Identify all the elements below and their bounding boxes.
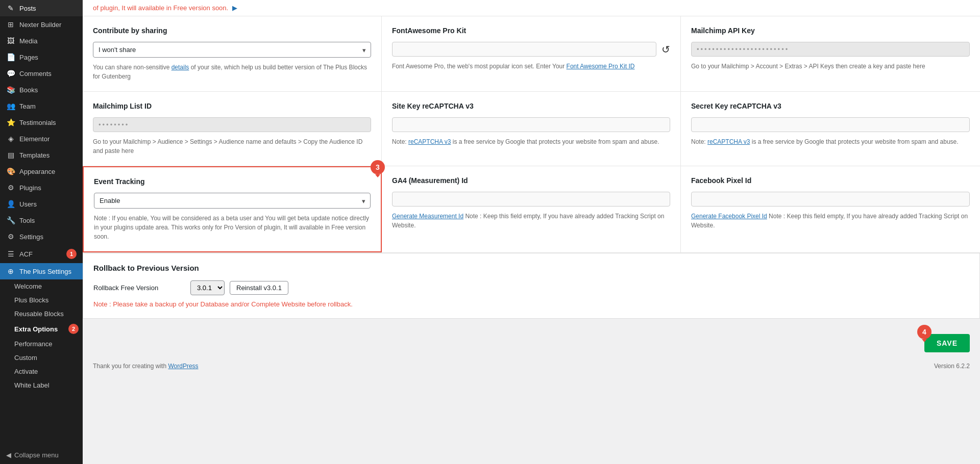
main-content: of plugin, It will available in Free ver…: [83, 0, 980, 464]
site-recaptcha-link[interactable]: reCAPTCHA v3: [408, 138, 451, 145]
sidebar-item-appearance[interactable]: 🎨 Appearance: [0, 163, 83, 179]
extra-options-badge: 2: [68, 324, 79, 334]
sidebar-item-users[interactable]: 👤 Users: [0, 196, 83, 212]
contribute-description: You can share non-sensitive details of y…: [93, 63, 371, 81]
rollback-version-select[interactable]: 3.0.1 3.0.0 2.9.9: [190, 280, 225, 295]
mailchimp-api-input[interactable]: [691, 42, 970, 57]
sidebar-item-settings[interactable]: ⚙ Settings: [0, 228, 83, 245]
site-recaptcha-input[interactable]: [392, 117, 670, 132]
fontawesome-input[interactable]: [392, 42, 656, 57]
rollback-warning: Note : Please take a backup of your Data…: [93, 300, 969, 308]
acf-badge: 1: [66, 249, 77, 259]
cards-row-3: 3 Event Tracking Enable Disable ▾ Note :…: [83, 166, 980, 253]
elementor-icon: ◈: [6, 135, 15, 143]
submenu-plus-blocks[interactable]: Plus Blocks: [0, 293, 83, 307]
sidebar-item-elementor[interactable]: ◈ Elementor: [0, 131, 83, 147]
card-secret-key-recaptcha: Secret Key reCAPTCHA v3 Note: reCAPTCHA …: [681, 92, 980, 166]
nexter-builder-icon: ⊞: [6, 20, 15, 29]
submenu-activate[interactable]: Activate: [0, 365, 83, 378]
media-icon: 🖼: [6, 37, 15, 45]
mailchimp-api-description: Go to your Mailchimp > Account > Extras …: [691, 62, 970, 71]
callout-badge-3: 3: [371, 160, 385, 174]
facebook-pixel-input[interactable]: [691, 192, 970, 207]
event-tracking-title: Event Tracking: [94, 177, 371, 186]
sidebar-item-acf[interactable]: ☰ ACF 1: [0, 245, 83, 263]
the-plus-settings-icon: ⊕: [6, 267, 15, 275]
secret-recaptcha-link[interactable]: reCAPTCHA v3: [707, 138, 750, 145]
submenu-performance[interactable]: Performance: [0, 337, 83, 351]
submenu-reusable-blocks[interactable]: Reusable Blocks: [0, 307, 83, 321]
sidebar-item-comments[interactable]: 💬 Comments: [0, 65, 83, 82]
mailchimp-list-input[interactable]: [93, 117, 371, 132]
sidebar: ✎ Posts ⊞ Nexter Builder 🖼 Media 📄 Pages…: [0, 0, 83, 464]
top-red-text: of plugin, It will available in Free ver…: [93, 4, 228, 12]
sidebar-item-team[interactable]: 👥 Team: [0, 98, 83, 114]
ga4-title: GA4 (Measurement) Id: [392, 176, 670, 185]
fontawesome-description: Font Awesome Pro, the web's most popular…: [392, 62, 670, 71]
facebook-pixel-title: Facebook Pixel Id: [691, 176, 970, 185]
users-icon: 👤: [6, 200, 15, 208]
contribute-select[interactable]: I won't share I will share: [93, 42, 371, 58]
templates-icon: ▤: [6, 151, 15, 159]
wordpress-link[interactable]: WordPress: [168, 363, 198, 370]
rollback-title: Rollback to Previous Version: [93, 264, 969, 272]
appearance-icon: 🎨: [6, 167, 15, 175]
card-ga4: GA4 (Measurement) Id Generate Measuremen…: [382, 166, 681, 252]
save-button-container: 4 SAVE: [924, 334, 970, 352]
secret-recaptcha-title: Secret Key reCAPTCHA v3: [691, 102, 970, 110]
sidebar-item-testimonials[interactable]: ⭐ Testimonials: [0, 114, 83, 131]
the-plus-settings-submenu: Welcome Plus Blocks Reusable Blocks Extr…: [0, 279, 83, 392]
ga4-input[interactable]: [392, 192, 670, 207]
reinstall-button[interactable]: Reinstall v3.0.1: [230, 281, 288, 295]
cards-row-1: Contribute by sharing I won't share I wi…: [83, 16, 980, 92]
facebook-pixel-link[interactable]: Generate Facebook Pixel Id: [691, 213, 767, 220]
submenu-welcome[interactable]: Welcome: [0, 279, 83, 293]
books-icon: 📚: [6, 86, 15, 94]
top-link[interactable]: ▶: [232, 4, 237, 12]
team-icon: 👥: [6, 102, 15, 110]
rollback-row: Rollback Free Version 3.0.1 3.0.0 2.9.9 …: [93, 280, 969, 295]
submenu-white-label[interactable]: White Label: [0, 378, 83, 392]
testimonials-icon: ⭐: [6, 118, 15, 126]
collapse-icon: ◀: [6, 451, 11, 459]
top-notice: of plugin, It will available in Free ver…: [83, 0, 980, 16]
site-recaptcha-title: Site Key reCAPTCHA v3: [392, 102, 670, 110]
sidebar-item-the-plus-settings[interactable]: ⊕ The Plus Settings: [0, 263, 83, 279]
save-button[interactable]: SAVE: [924, 334, 970, 352]
facebook-pixel-description: Generate Facebook Pixel Id Note : Keep t…: [691, 212, 970, 230]
event-tracking-select[interactable]: Enable Disable: [94, 193, 371, 209]
sidebar-item-tools[interactable]: 🔧 Tools: [0, 212, 83, 228]
ga4-link[interactable]: Generate Measurement Id: [392, 213, 463, 220]
sidebar-item-books[interactable]: 📚 Books: [0, 82, 83, 98]
fontawesome-kit-link[interactable]: Font Awesome Pro Kit ID: [567, 63, 635, 70]
site-recaptcha-description: Note: reCAPTCHA v3 is a free service by …: [392, 137, 670, 146]
details-link[interactable]: details: [172, 64, 189, 71]
version-text: Version 6.2.2: [934, 363, 970, 370]
comments-icon: 💬: [6, 69, 15, 78]
secret-recaptcha-input[interactable]: [691, 117, 970, 132]
footer-thank-you: Thank you for creating with WordPress: [93, 363, 199, 370]
submenu-custom[interactable]: Custom: [0, 351, 83, 365]
settings-icon: ⚙: [6, 233, 15, 241]
mailchimp-api-title: Mailchimp API Key: [691, 27, 970, 35]
sidebar-item-posts[interactable]: ✎ Posts: [0, 0, 83, 16]
reload-icon[interactable]: ↺: [662, 43, 670, 56]
card-site-key-recaptcha: Site Key reCAPTCHA v3 Note: reCAPTCHA v3…: [382, 92, 681, 166]
submenu-extra-options[interactable]: Extra Options 2: [0, 321, 83, 337]
callout-badge-4: 4: [917, 325, 932, 339]
rollback-label: Rollback Free Version: [93, 284, 185, 292]
sidebar-item-templates[interactable]: ▤ Templates: [0, 147, 83, 163]
sidebar-item-pages[interactable]: 📄 Pages: [0, 49, 83, 65]
collapse-menu-button[interactable]: ◀ Collapse menu: [0, 446, 83, 464]
mailchimp-list-description: Go to your Mailchimp > Audience > Settin…: [93, 137, 371, 156]
card-facebook-pixel: Facebook Pixel Id Generate Facebook Pixe…: [681, 166, 980, 252]
contribute-select-wrapper: I won't share I will share ▾: [93, 42, 371, 58]
sidebar-item-nexter-builder[interactable]: ⊞ Nexter Builder: [0, 16, 83, 33]
fontawesome-title: FontAwesome Pro Kit: [392, 27, 670, 35]
posts-icon: ✎: [6, 4, 15, 12]
tools-icon: 🔧: [6, 216, 15, 224]
ga4-description: Generate Measurement Id Note : Keep this…: [392, 212, 670, 230]
sidebar-item-plugins[interactable]: ⚙ Plugins: [0, 179, 83, 196]
plugins-icon: ⚙: [6, 184, 15, 192]
sidebar-item-media[interactable]: 🖼 Media: [0, 33, 83, 49]
